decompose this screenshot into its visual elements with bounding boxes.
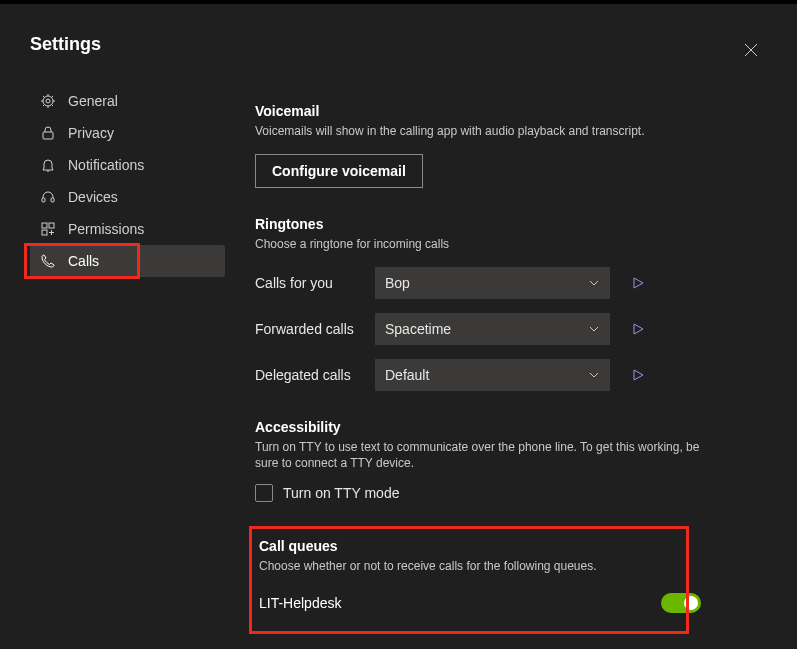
call-queues-desc: Choose whether or not to receive calls f… — [259, 558, 701, 575]
sidebar-item-privacy[interactable]: Privacy — [30, 117, 225, 149]
voicemail-heading: Voicemail — [255, 103, 705, 119]
svg-point-0 — [43, 96, 53, 106]
play-ringtone-button[interactable] — [624, 323, 652, 335]
svg-rect-3 — [42, 198, 45, 202]
select-value: Spacetime — [385, 321, 451, 337]
close-icon — [744, 43, 758, 57]
play-ringtone-button[interactable] — [624, 277, 652, 289]
play-icon — [632, 323, 644, 335]
chevron-down-icon — [588, 277, 600, 289]
sidebar-item-permissions[interactable]: Permissions — [30, 213, 225, 245]
queue-name: LIT-Helpdesk — [259, 595, 341, 611]
call-queues-section: Call queues Choose whether or not to rec… — [255, 530, 705, 633]
sidebar-item-label: Notifications — [68, 157, 144, 173]
sidebar-item-label: Devices — [68, 189, 118, 205]
queue-row: LIT-Helpdesk — [259, 593, 701, 613]
ringtone-select-forwarded[interactable]: Spacetime — [375, 313, 610, 345]
page-title: Settings — [30, 34, 767, 55]
call-queues-heading: Call queues — [259, 538, 701, 554]
select-value: Bop — [385, 275, 410, 291]
sidebar-item-devices[interactable]: Devices — [30, 181, 225, 213]
chevron-down-icon — [588, 323, 600, 335]
chevron-down-icon — [588, 369, 600, 381]
apps-icon — [40, 221, 56, 237]
lock-icon — [40, 125, 56, 141]
headset-icon — [40, 189, 56, 205]
play-icon — [632, 369, 644, 381]
play-ringtone-button[interactable] — [624, 369, 652, 381]
svg-rect-6 — [49, 223, 54, 228]
ringtone-row-calls-for-you: Calls for you Bop — [255, 267, 705, 299]
ringtones-section: Ringtones Choose a ringtone for incoming… — [255, 216, 705, 391]
svg-point-1 — [46, 99, 50, 103]
tty-checkbox[interactable] — [255, 484, 273, 502]
toggle-knob — [684, 596, 698, 610]
ringtones-desc: Choose a ringtone for incoming calls — [255, 236, 705, 253]
ringtone-label: Delegated calls — [255, 367, 375, 383]
accessibility-section: Accessibility Turn on TTY to use text to… — [255, 419, 705, 503]
bell-icon — [40, 157, 56, 173]
voicemail-desc: Voicemails will show in the calling app … — [255, 123, 705, 140]
phone-icon — [40, 253, 56, 269]
svg-rect-5 — [42, 223, 47, 228]
queue-toggle[interactable] — [661, 593, 701, 613]
ringtone-select-calls-for-you[interactable]: Bop — [375, 267, 610, 299]
voicemail-section: Voicemail Voicemails will show in the ca… — [255, 103, 705, 188]
tty-checkbox-row[interactable]: Turn on TTY mode — [255, 484, 705, 502]
sidebar-item-calls[interactable]: Calls — [30, 245, 225, 277]
ringtone-label: Forwarded calls — [255, 321, 375, 337]
ringtone-row-forwarded: Forwarded calls Spacetime — [255, 313, 705, 345]
sidebar-item-notifications[interactable]: Notifications — [30, 149, 225, 181]
ringtones-heading: Ringtones — [255, 216, 705, 232]
sidebar-item-label: Permissions — [68, 221, 144, 237]
sidebar-item-label: Privacy — [68, 125, 114, 141]
gear-icon — [40, 93, 56, 109]
tty-checkbox-label: Turn on TTY mode — [283, 485, 399, 501]
ringtone-select-delegated[interactable]: Default — [375, 359, 610, 391]
configure-voicemail-button[interactable]: Configure voicemail — [255, 154, 423, 188]
settings-sidebar: General Privacy Notifications Devices — [30, 85, 225, 649]
sidebar-item-label: Calls — [68, 253, 99, 269]
select-value: Default — [385, 367, 429, 383]
accessibility-desc: Turn on TTY to use text to communicate o… — [255, 439, 705, 473]
sidebar-item-label: General — [68, 93, 118, 109]
settings-content: Voicemail Voicemails will show in the ca… — [225, 85, 705, 649]
accessibility-heading: Accessibility — [255, 419, 705, 435]
close-button[interactable] — [735, 34, 767, 66]
svg-rect-7 — [42, 230, 47, 235]
sidebar-item-general[interactable]: General — [30, 85, 225, 117]
svg-rect-2 — [43, 132, 53, 139]
ringtone-row-delegated: Delegated calls Default — [255, 359, 705, 391]
play-icon — [632, 277, 644, 289]
ringtone-label: Calls for you — [255, 275, 375, 291]
svg-rect-4 — [51, 198, 54, 202]
